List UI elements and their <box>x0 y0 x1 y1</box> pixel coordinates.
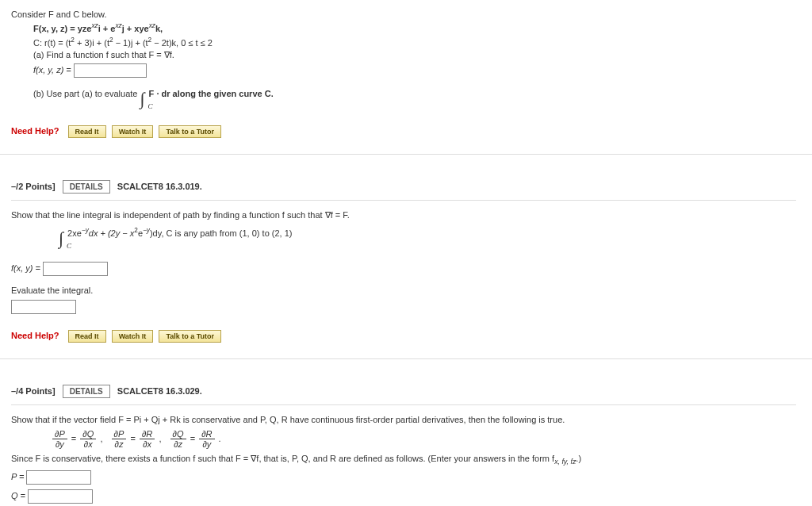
label: f(x, y, z) = <box>33 65 71 75</box>
label: Q = <box>11 491 25 500</box>
t: C: r(t) = (t <box>33 37 71 47</box>
t: dx + (2y − x <box>89 228 134 238</box>
t: i + e <box>98 24 116 33</box>
q1-F: F(x, y, z) = yzexzi + exzj + xyexzk, <box>33 22 796 33</box>
int-sub: C <box>148 102 153 110</box>
question-3: –/4 Points] DETAILS SCALCET8 16.3.029. S… <box>0 375 812 506</box>
points: –/4 Points] <box>11 386 56 396</box>
t: − 2t)k, 0 ≤ t ≤ 2 <box>151 37 213 47</box>
read-it-button[interactable]: Read It <box>68 125 106 138</box>
need-help-row: Need Help? Read It Watch It Talk to a Tu… <box>11 330 796 343</box>
q3-header: –/4 Points] DETAILS SCALCET8 16.3.029. <box>11 385 796 398</box>
q1-a: (a) Find a function f such that F = ∇f. <box>33 50 796 60</box>
read-it-button[interactable]: Read It <box>68 330 106 343</box>
int-sub: C <box>67 242 71 250</box>
question-1: Consider F and C below. F(x, y, z) = yze… <box>0 0 812 155</box>
t: F(x, y, z) = yze <box>33 24 91 33</box>
label: P = <box>11 472 24 481</box>
label: f(x, y) = <box>11 263 40 273</box>
t: Since F is conservative, there exists a … <box>11 454 554 463</box>
q1-C: C: r(t) = (t2 + 3)i + (t2 − 1)j + (t2 − … <box>33 36 796 48</box>
reference: SCALCET8 16.3.019. <box>117 182 202 191</box>
q1-f-input[interactable] <box>74 63 147 78</box>
watch-it-button[interactable]: Watch It <box>112 330 154 343</box>
need-help-row: Need Help? Read It Watch It Talk to a Tu… <box>11 125 796 138</box>
reference: SCALCET8 16.3.029. <box>117 386 202 396</box>
q2-intro: Show that the line integral is independe… <box>11 210 796 220</box>
q2-f-input[interactable] <box>43 262 108 276</box>
t: − 1)j + (t <box>113 37 148 47</box>
watch-it-button[interactable]: Watch It <box>112 125 154 138</box>
q3-eqs: ∂P∂y = ∂Q∂x , ∂P∂z = ∂R∂x , ∂Q∂z = ∂R∂y … <box>51 429 796 449</box>
t: j + xye <box>122 24 149 33</box>
t: F · dr along the given curve C. <box>149 89 274 98</box>
q2-eval-input[interactable] <box>11 300 76 314</box>
q3-P-input[interactable] <box>26 470 91 485</box>
t: k, <box>155 24 163 33</box>
talk-to-tutor-button[interactable]: Talk to a Tutor <box>159 125 221 138</box>
q2-eval: Evaluate the integral. <box>11 286 796 295</box>
integral-icon: ∫C <box>140 89 145 109</box>
q2-integral: ∫C 2xe−ydx + (2y − x2e−y)dy, C is any pa… <box>59 227 796 249</box>
q3-Q-input[interactable] <box>28 489 93 504</box>
points: –/2 Points] <box>11 182 56 191</box>
t: x, fy, fz <box>554 458 576 466</box>
q2-header: –/2 Points] DETAILS SCALCET8 16.3.019. <box>11 180 796 194</box>
t: 2xe <box>67 228 82 238</box>
q2-fxy: f(x, y) = <box>11 262 796 276</box>
talk-to-tutor-button[interactable]: Talk to a Tutor <box>159 330 221 343</box>
details-button[interactable]: DETAILS <box>63 180 110 194</box>
t: )dy, C is any path from (1, 0) to (2, 1) <box>150 228 293 238</box>
t: (b) Use part (a) to evaluate <box>33 89 140 98</box>
need-help-label: Need Help? <box>11 126 59 136</box>
question-2: –/2 Points] DETAILS SCALCET8 16.3.019. S… <box>0 171 812 359</box>
q3-intro: Show that if the vector field F = Pi + Q… <box>11 415 796 424</box>
need-help-label: Need Help? <box>11 331 59 340</box>
integral-icon: ∫C <box>59 228 63 249</box>
t: + 3)i + (t <box>75 37 109 47</box>
t: .) <box>576 454 581 463</box>
q3-since: Since F is conservative, there exists a … <box>11 454 796 466</box>
q1-intro: Consider F and C below. <box>11 10 796 19</box>
q1-b: (b) Use part (a) to evaluate ∫C F · dr a… <box>33 89 796 109</box>
details-button[interactable]: DETAILS <box>63 385 110 398</box>
q1-fxyz: f(x, y, z) = <box>33 63 796 78</box>
